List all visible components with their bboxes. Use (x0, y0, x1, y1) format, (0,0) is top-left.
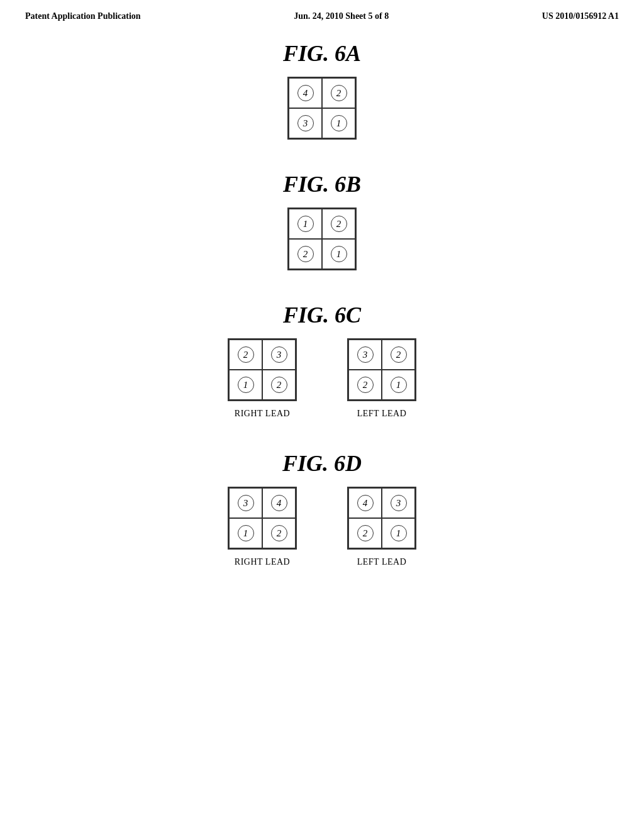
fig6d-r-br: 2 (262, 518, 296, 548)
fig6c-r-tr: 3 (262, 340, 296, 370)
fig6c-l-bl: 2 (348, 370, 382, 400)
fig6d-left-label: LEFT LEAD (357, 557, 407, 567)
fig6c-r-br: 2 (262, 370, 296, 400)
fig6a-section: FIG. 6A 4 2 3 1 (0, 28, 644, 140)
fig6c-row: 2 3 1 2 RIGHT LEAD 3 2 2 1 LEFT LEAD (228, 338, 416, 419)
fig6a-cell-tr: 2 (322, 78, 355, 108)
fig6b-title: FIG. 6B (283, 171, 361, 197)
fig6c-right-lead-group: 2 3 1 2 RIGHT LEAD (228, 338, 297, 419)
fig6d-right-lead-group: 3 4 1 2 RIGHT LEAD (228, 487, 297, 567)
fig6d-l-br: 1 (382, 518, 415, 548)
header-right: US 2010/0156912 A1 (542, 11, 619, 21)
fig6c-left-grid: 3 2 2 1 (347, 338, 416, 401)
fig6d-row: 3 4 1 2 RIGHT LEAD 4 3 2 1 LEFT LEAD (228, 487, 416, 567)
fig6d-l-tr: 3 (382, 488, 415, 518)
fig6c-l-br: 1 (382, 370, 415, 400)
fig6c-r-bl: 1 (229, 370, 262, 400)
fig6c-l-tl: 3 (348, 340, 382, 370)
fig6c-right-grid: 2 3 1 2 (228, 338, 297, 401)
fig6d-l-tl: 4 (348, 488, 382, 518)
page-header: Patent Application Publication Jun. 24, … (0, 0, 644, 21)
fig6d-title: FIG. 6D (282, 450, 362, 477)
fig6b-grid: 1 2 2 1 (287, 208, 357, 270)
fig6d-r-tr: 4 (262, 488, 296, 518)
fig6a-grid: 4 2 3 1 (287, 77, 357, 140)
fig6d-left-grid: 4 3 2 1 (347, 487, 416, 550)
fig6a-title: FIG. 6A (283, 40, 361, 67)
fig6d-section: FIG. 6D 3 4 1 2 RIGHT LEAD 4 3 2 1 (0, 438, 644, 567)
header-center: Jun. 24, 2010 Sheet 5 of 8 (294, 11, 389, 21)
fig6b-cell-tl: 1 (289, 209, 322, 239)
page-content: FIG. 6A 4 2 3 1 FIG. 6B 1 2 2 1 FIG. 6C … (0, 21, 644, 586)
fig6c-right-label: RIGHT LEAD (235, 409, 290, 419)
fig6d-r-bl: 1 (229, 518, 262, 548)
fig6d-r-tl: 3 (229, 488, 262, 518)
fig6c-left-label: LEFT LEAD (357, 409, 407, 419)
fig6b-cell-tr: 2 (322, 209, 355, 239)
fig6d-right-label: RIGHT LEAD (235, 557, 290, 567)
fig6a-cell-tl: 4 (289, 78, 322, 108)
fig6d-left-lead-group: 4 3 2 1 LEFT LEAD (347, 487, 416, 567)
fig6b-cell-br: 1 (322, 239, 355, 269)
fig6d-right-grid: 3 4 1 2 (228, 487, 297, 550)
fig6c-title: FIG. 6C (283, 302, 361, 328)
header-left: Patent Application Publication (25, 11, 141, 21)
fig6c-section: FIG. 6C 2 3 1 2 RIGHT LEAD 3 2 2 1 (0, 289, 644, 419)
fig6c-left-lead-group: 3 2 2 1 LEFT LEAD (347, 338, 416, 419)
fig6a-cell-bl: 3 (289, 108, 322, 138)
fig6b-cell-bl: 2 (289, 239, 322, 269)
fig6a-cell-br: 1 (322, 108, 355, 138)
fig6c-r-tl: 2 (229, 340, 262, 370)
fig6c-l-tr: 2 (382, 340, 415, 370)
fig6b-section: FIG. 6B 1 2 2 1 (0, 158, 644, 270)
fig6d-l-bl: 2 (348, 518, 382, 548)
